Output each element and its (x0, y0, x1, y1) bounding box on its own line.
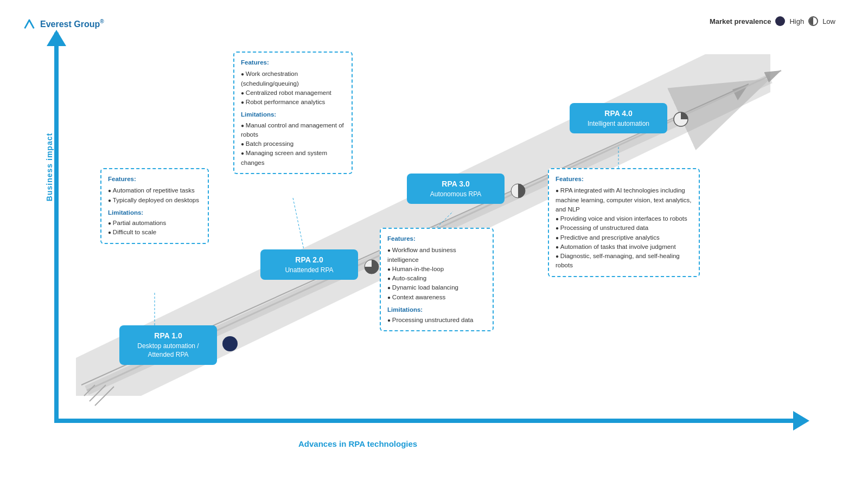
rpa3-box: RPA 3.0 Autonomous RPA (407, 174, 505, 204)
rpa1-title: RPA 1.0 (127, 331, 209, 342)
fb3-f5: Context awareness (387, 293, 486, 302)
fb2-features: Work orchestration (scheduling/queuing) … (241, 69, 345, 107)
rpa4-title: RPA 4.0 (577, 108, 660, 119)
logo-company: Everest Group (40, 20, 100, 29)
fb2-f2: Centralized robot management (241, 88, 345, 98)
svg-line-14 (437, 211, 453, 228)
legend-high-label: High (789, 17, 804, 25)
legend-high-icon (775, 16, 785, 26)
fb2-lim-title: Limitations: (241, 110, 345, 119)
logo: Everest Group® (22, 16, 104, 31)
svg-line-7 (90, 385, 106, 401)
fb1-title: Features: (108, 175, 201, 184)
fb3-features: Workflow and business intelligence Human… (387, 246, 486, 302)
svg-marker-2 (732, 84, 749, 100)
legend: Market prevalence High Low (710, 16, 835, 26)
x-axis (54, 419, 797, 423)
fb1-f1: Automation of repetitive tasks (108, 186, 201, 195)
rpa3-title: RPA 3.0 (414, 179, 497, 190)
fb1-l1: Partial automations (108, 219, 201, 228)
rpa2-subtitle: Unattended RPA (268, 266, 350, 275)
feature-box-4: Features: RPA integrated with AI technol… (548, 168, 700, 277)
fb3-f4: Dynamic load balancing (387, 283, 486, 292)
fb4-f4: Predictive and prescriptive analytics (556, 233, 692, 242)
fb1-f2: Typically deployed on desktops (108, 196, 201, 205)
fb4-f5: Automation of tasks that involve judgmen… (556, 242, 692, 252)
rpa1-subtitle: Desktop automation / Attended RPA (127, 342, 209, 360)
rpa2-title: RPA 2.0 (268, 255, 350, 266)
legend-low-label: Low (822, 17, 835, 25)
rpa3-subtitle: Autonomous RPA (414, 190, 497, 199)
fb3-lim-title: Limitations: (387, 305, 486, 314)
rpa2-market-icon (363, 259, 380, 275)
rpa1-market-icon (222, 336, 238, 351)
svg-line-6 (84, 385, 95, 396)
feature-box-3: Features: Workflow and business intellig… (380, 228, 494, 331)
fb2-l2: Batch processing (241, 139, 345, 149)
logo-area: Everest Group® (22, 16, 104, 31)
fb3-f1: Workflow and business intelligence (387, 246, 486, 265)
feature-box-1: Features: Automation of repetitive tasks… (100, 168, 209, 244)
fb4-features: RPA integrated with AI technologies incl… (556, 186, 692, 270)
fb4-f2: Providing voice and vision interfaces to… (556, 214, 692, 223)
fb2-limitations: Manual control and management of robots … (241, 121, 345, 168)
svg-line-8 (95, 387, 114, 406)
fb2-f1: Work orchestration (scheduling/queuing) (241, 69, 345, 88)
rpa3-market-icon (510, 183, 526, 199)
y-axis (54, 33, 59, 423)
y-axis-label: Business impact (45, 133, 54, 201)
legend-label: Market prevalence (710, 17, 771, 25)
main-container: Everest Group® Market prevalence High Lo… (0, 0, 868, 488)
fb1-l2: Difficult to scale (108, 228, 201, 237)
fb4-title: Features: (556, 175, 692, 184)
fb2-f3: Robot performance analytics (241, 98, 345, 107)
rpa4-box: RPA 4.0 Intelligent automation (570, 103, 667, 133)
fb3-title: Features: (387, 234, 486, 243)
fb2-title: Features: (241, 58, 345, 67)
fb1-features: Automation of repetitive tasks Typically… (108, 186, 201, 205)
fb3-limitations: Processing unstructured data (387, 316, 486, 325)
rpa4-subtitle: Intelligent automation (577, 119, 660, 129)
rpa2-box: RPA 2.0 Unattended RPA (260, 249, 358, 280)
fb4-f3: Processing of unstructured data (556, 223, 692, 233)
fb3-f3: Auto-scaling (387, 274, 486, 283)
legend-low-icon (808, 16, 818, 26)
fb4-f6: Diagnostic, self-managing, and self-heal… (556, 252, 692, 271)
rpa1-box: RPA 1.0 Desktop automation / Attended RP… (119, 325, 217, 365)
fb1-lim-title: Limitations: (108, 208, 201, 217)
rpa4-market-icon (673, 111, 689, 127)
fb3-l1: Processing unstructured data (387, 316, 486, 325)
feature-box-2: Features: Work orchestration (scheduling… (233, 52, 353, 174)
svg-line-13 (293, 198, 304, 249)
fb2-l1: Manual control and management of robots (241, 121, 345, 140)
fb1-limitations: Partial automations Difficult to scale (108, 219, 201, 237)
x-axis-label: Advances in RPA technologies (298, 439, 417, 448)
fb4-f1: RPA integrated with AI technologies incl… (556, 186, 692, 214)
fb2-l3: Managing screen and system changes (241, 149, 345, 168)
fb3-f2: Human-in-the-loop (387, 265, 486, 274)
x-axis-arrow (793, 411, 809, 431)
